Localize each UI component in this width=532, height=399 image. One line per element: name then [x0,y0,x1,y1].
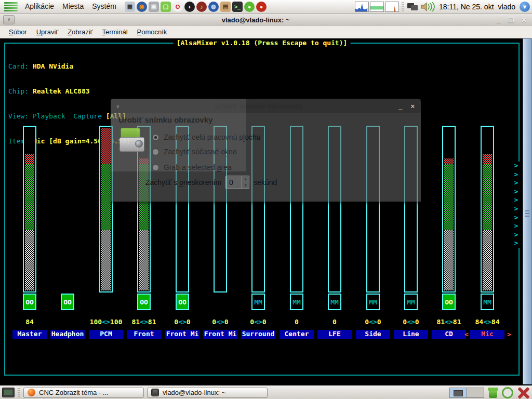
dialog-menu-icon[interactable]: ∨ [116,103,119,109]
alsamixer-title: [AlsaMixer v1.0.18 (Press Escape to quit… [174,39,351,47]
minimize-button[interactable]: _ [497,16,500,24]
mute-switch-center: MM [290,294,303,310]
radio-label: Zachytiť súčasné okno [164,148,237,156]
close-x-icon[interactable] [516,387,530,399]
dialog-title: Urobiť snímku obrazovky [119,102,398,110]
spin-down-icon[interactable]: ▼ [242,182,249,189]
channel-label-center: Center [280,330,314,339]
volume-bar-master [23,126,36,292]
show-desktop-icon[interactable] [2,388,15,397]
channel-label-front-mi: Front Mi [203,330,237,339]
menu-0[interactable]: Súbor [4,26,32,38]
task-button-label: CNC Zobrazit téma - ... [39,389,109,396]
maximize-button[interactable]: ❐ [508,16,514,24]
mute-switch-side: MM [366,294,380,310]
delay-spinner[interactable]: 0 ▲ ▼ [225,176,249,189]
media-player-launcher-icon[interactable]: ◗ [184,2,195,12]
green-apple-launcher-icon[interactable]: ● [244,2,255,12]
volume-icon[interactable] [420,2,435,11]
panel-menu-system[interactable]: Systém [88,0,121,13]
channel-label-front-mi: Front Mi [165,330,200,339]
package-manager-launcher-icon[interactable]: ▤ [220,2,231,12]
channel-label-headphon: Headphon [50,330,85,339]
scrollbar-grip[interactable] [525,210,529,218]
camera-icon [119,128,144,154]
menu-1[interactable]: Upraviť [32,26,63,38]
window-menu-button[interactable]: ∨ [3,15,15,24]
mute-switch-surround: MM [251,294,265,310]
task-button-0[interactable]: CNC Zobrazit téma - ... [23,388,144,398]
close-button[interactable]: ✕ [521,16,527,24]
card-value: HDA NVidia [33,62,73,70]
screenshot-dialog: ∨ Urobiť snímku obrazovky _ × Urobiť sní… [111,99,421,202]
file-manager-launcher-icon[interactable]: ▢ [161,2,171,12]
taskbar: CNC Zobrazit téma - ...vlado@vlado-linux… [0,385,532,399]
red-apple-launcher-icon[interactable]: ● [256,2,267,12]
spin-up-icon[interactable]: ▲ [242,176,249,182]
user-menu[interactable]: vlado [498,3,515,11]
task-button-label: vlado@vlado-linux: ~ [163,389,225,396]
network-monitor-applet[interactable] [385,2,399,12]
menu-3[interactable]: Terminál [97,26,132,38]
channel-label-front: Front [127,330,161,339]
memory-monitor-applet[interactable] [370,2,384,12]
trash-icon[interactable] [487,387,499,398]
channel-label-cd: CD [432,330,466,339]
dialog-heading: Urobiť snímku obrazovky [118,115,212,124]
task-button-1[interactable]: vlado@vlado-linux: ~ [147,388,268,398]
radio-label: Zachytiť celú pracovnú plochu [164,133,261,141]
view-options: Playback Capture [29,112,106,120]
panel-separator [402,2,404,11]
dialog-close-button[interactable]: × [410,102,415,110]
terminal-icon [151,389,159,396]
network-status-icon[interactable] [407,2,419,11]
panel-menus: AplikácieMiestaSystém [21,0,121,13]
channel-label-surround: Surround [241,330,275,339]
internet-app-launcher-icon[interactable]: ◍ [208,2,219,12]
clock[interactable]: 18:11, Ne 25. okt [439,3,494,11]
distro-menu-icon[interactable] [4,2,18,12]
firefox-launcher-icon[interactable]: ◉ [137,2,147,12]
firefox-icon [28,389,35,396]
top-panel: AplikácieMiestaSystém ▦◉▣▢O◗♪◍▤>_●● 18:1… [0,0,532,14]
workspace-2[interactable] [467,388,484,397]
mute-switch-front-mi: OO [176,294,189,310]
terminal-launcher-icon[interactable]: >_ [232,2,243,12]
radio-option-2[interactable]: Grab a selected area [152,163,232,171]
music-app-launcher-icon[interactable]: ♪ [196,2,207,12]
workspace-1[interactable] [450,388,467,397]
terminal-scrollbar[interactable] [523,38,532,384]
menu-4[interactable]: Pomocník [132,26,172,38]
selected-left-arrow: < [464,330,469,339]
delay-label: Zachytiť s oneskorením [145,178,221,187]
dialog-minimize-button[interactable]: _ [398,102,402,110]
mute-switch-line: MM [404,294,418,310]
terminal-titlebar[interactable]: ∨ vlado@vlado-linux: ~ _ ❐ ✕ [0,14,532,26]
panel-menu-aplikacie[interactable]: Aplikácie [21,0,58,13]
channel-value: 84 [5,318,55,326]
dialog-titlebar[interactable]: ∨ Urobiť snímku obrazovky _ × [111,99,421,113]
panel-launchers: ▦◉▣▢O◗♪◍▤>_●● [125,2,267,12]
mute-switch-master: OO [23,294,36,310]
radio-icon[interactable] [152,149,159,155]
screenshot-tool-launcher-icon[interactable]: ▣ [149,2,159,12]
shutdown-applet-icon[interactable]: ▼ [520,2,530,12]
update-icon[interactable] [502,387,513,398]
radio-option-0[interactable]: Zachytiť celú pracovnú plochu [152,133,261,141]
radio-selected-icon[interactable] [152,134,159,141]
channel-label-lfe: LFE [317,330,352,339]
more-channels-indicator: >>>>>>>>>> [512,162,521,248]
mute-switch-lfe: MM [328,294,341,310]
opera-launcher-icon[interactable]: O [172,2,183,12]
menu-2[interactable]: Zobraziť [63,26,97,38]
panel-menu-miesta[interactable]: Miesta [58,0,88,13]
cpu-monitor-applet[interactable] [355,2,369,12]
channel-label-pcm: PCM [89,330,123,339]
taskbar-separator [18,388,20,397]
radio-option-1[interactable]: Zachytiť súčasné okno [152,148,237,156]
delay-suffix: sekúnd [254,178,277,187]
calculator-launcher-icon[interactable]: ▦ [125,2,135,12]
radio-icon[interactable] [152,164,159,171]
channel-label-side: Side [356,330,390,339]
delay-value[interactable]: 0 [226,176,242,189]
